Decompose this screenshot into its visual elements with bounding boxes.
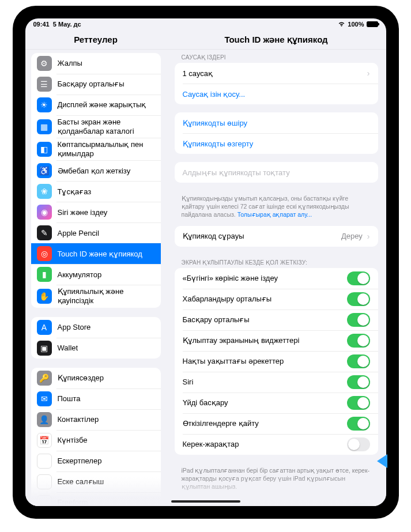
sidebar-item[interactable]: ◉Siri және іздеу (31, 202, 161, 222)
locked-access-row[interactable]: Керек-жарақтар (175, 434, 378, 455)
sidebar-item-label: App Store (58, 323, 91, 332)
locked-access-row[interactable]: Құлыптау экранының виджеттері (175, 330, 378, 351)
locked-access-label: Нақты уақыттағы әрекеттер (183, 357, 284, 365)
sidebar-item[interactable]: ✋Құпиялылық және қауіпсіздік (31, 285, 161, 307)
sidebar-item[interactable]: ✎Freeform (31, 492, 161, 506)
home-indicator[interactable] (171, 500, 240, 503)
expire-learn-more-link[interactable]: Толығырақ ақпарат алу... (237, 211, 312, 218)
sidebar-item[interactable]: ♿Әмбебап қол жеткізу (31, 160, 161, 181)
expire-footer: Құпиякодыңызды ұмытып қалсаңыз, оны баст… (175, 191, 378, 220)
locked-card: «Бүгінгі» көрініс және іздеуХабарландыру… (175, 268, 378, 455)
sidebar-item[interactable]: ☀Дисплей және жарықтық (31, 95, 161, 115)
expire-row[interactable]: Алдыңғы құпиякодты тоқтату (175, 162, 378, 183)
toggle-switch[interactable] (347, 334, 370, 348)
locked-access-label: Үйді басқару (183, 398, 228, 407)
sidebar-item[interactable]: ✎Apple Pencil (31, 222, 161, 243)
sidebar-title: Реттеулер (25, 30, 167, 49)
sidebar[interactable]: ⚙Жалпы☰Басқару орталығы☀Дисплей және жар… (25, 50, 167, 506)
sidebar-item[interactable]: ◧Көптапсырмалылық пен қимылдар (31, 138, 161, 160)
erase-data-switch[interactable] (347, 503, 370, 506)
detail-pane[interactable]: САУСАҚ ІЗДЕРІ 1 саусақ › Саусақ ізін қос… (167, 50, 386, 506)
toggle-switch[interactable] (347, 271, 370, 285)
locked-access-row[interactable]: Siri (175, 372, 378, 393)
sidebar-item[interactable]: ❀Тұсқағаз (31, 181, 161, 202)
sidebar-item[interactable]: ⚙Жалпы (31, 53, 161, 74)
require-passcode-row[interactable]: Құпиякод сұрауы Дереу › (175, 226, 378, 247)
toggle-switch[interactable] (347, 313, 370, 327)
sidebar-item[interactable]: ☰Басқару орталығы (31, 74, 161, 95)
locked-access-row[interactable]: Өткізілгендерге қайту (175, 413, 378, 434)
locked-access-row[interactable]: Үйді басқару (175, 393, 378, 413)
callout-arrow-icon (377, 450, 412, 473)
sidebar-item-icon: ▣ (37, 341, 52, 356)
fingerprints-card: 1 саусақ › Саусақ ізін қосу... (175, 63, 378, 104)
sidebar-item[interactable]: ◎Touch ID және құпиякод (31, 243, 161, 264)
require-passcode-value: Дереу (341, 232, 365, 240)
sidebar-item-icon: 👤 (37, 412, 52, 427)
sidebar-item-label: Басқару орталығы (58, 80, 125, 89)
sidebar-item[interactable]: AApp Store (31, 317, 161, 338)
sidebar-item-icon: ▦ (37, 119, 52, 134)
change-passcode-row[interactable]: Құпиякодты өзгерту (175, 133, 378, 154)
change-passcode-label: Құпиякодты өзгерту (183, 139, 254, 148)
sidebar-item-label: Басты экран және қолданбалар каталогі (58, 118, 155, 135)
toggle-switch[interactable] (347, 292, 370, 306)
sidebar-item-label: Тұсқағаз (58, 187, 92, 197)
sidebar-item[interactable]: ☰Ескертпелер (31, 451, 161, 471)
locked-access-row[interactable]: Басқару орталығы (175, 310, 378, 330)
sidebar-item[interactable]: ▮Аккумулятор (31, 264, 161, 285)
locked-footer: iPad құлыпталғаннан бері бір сағаттан ар… (175, 463, 378, 492)
locked-access-row[interactable]: Нақты уақыттағы әрекеттер (175, 351, 378, 372)
toggle-switch[interactable] (347, 375, 370, 389)
status-date: 5 Мау. дс (53, 21, 81, 28)
sidebar-item[interactable]: 👤Контактілер (31, 409, 161, 430)
sidebar-item-label: Аккумулятор (58, 270, 102, 280)
sidebar-item-label: Wallet (58, 344, 78, 353)
column-headers: Реттеулер Touch ID және құпиякод (25, 30, 386, 50)
sidebar-item-icon: ❀ (37, 184, 52, 199)
fingerprint-row[interactable]: 1 саусақ › (175, 63, 378, 84)
locked-access-label: Керек-жарақтар (183, 440, 239, 448)
locked-access-row[interactable]: Хабарландыру орталығы (175, 289, 378, 310)
toggle-switch[interactable] (347, 354, 370, 368)
battery-icon (367, 21, 378, 27)
sidebar-item-label: Көптапсырмалылық пен қимылдар (58, 140, 155, 158)
locked-access-label: Хабарландыру орталығы (183, 295, 272, 303)
chevron-right-icon: › (367, 232, 370, 241)
add-fingerprint-label: Саусақ ізін қосу... (183, 90, 246, 99)
passcode-card: Құпиякодты өшіру Құпиякодты өзгерту (175, 112, 378, 154)
sidebar-group-2: AApp Store▣Wallet (31, 317, 161, 359)
toggle-switch[interactable] (347, 417, 370, 431)
sidebar-item[interactable]: 🔑Құпиясөздер (31, 368, 161, 388)
sidebar-item-label: Пошта (58, 394, 81, 403)
require-passcode-label: Құпиякод сұрауы (183, 232, 244, 240)
turn-passcode-off-label: Құпиякодты өшіру (183, 119, 248, 127)
sidebar-item-icon: ✋ (37, 289, 52, 304)
sidebar-item-label: Apple Pencil (58, 229, 99, 238)
toggle-switch[interactable] (347, 396, 370, 410)
sidebar-item-icon: ◎ (37, 246, 52, 261)
locked-access-label: Басқару орталығы (183, 315, 250, 324)
wifi-icon (338, 21, 345, 27)
sidebar-item[interactable]: ▣Wallet (31, 338, 161, 359)
sidebar-item[interactable]: ☑Еске салғыш (31, 471, 161, 492)
sidebar-item-icon: A (37, 320, 52, 335)
status-time: 09:41 (33, 21, 50, 28)
sidebar-item-label: Ескертпелер (58, 456, 102, 466)
sidebar-item-label: Дисплей және жарықтық (58, 100, 146, 110)
locked-access-row[interactable]: «Бүгінгі» көрініс және іздеу (175, 268, 378, 289)
locked-access-label: Өткізілгендерге қайту (183, 419, 259, 428)
sidebar-item-icon: ◧ (37, 142, 52, 157)
sidebar-item-icon: ☀ (37, 97, 52, 112)
add-fingerprint-row[interactable]: Саусақ ізін қосу... (175, 84, 378, 104)
turn-passcode-off-row[interactable]: Құпиякодты өшіру (175, 112, 378, 133)
sidebar-item-icon: ⚙ (37, 56, 52, 71)
sidebar-item-icon: ▮ (37, 267, 52, 282)
fingerprints-header: САУСАҚ ІЗДЕРІ (175, 50, 378, 63)
sidebar-item[interactable]: 📅Күнтізбе (31, 430, 161, 451)
sidebar-item[interactable]: ▦Басты экран және қолданбалар каталогі (31, 115, 161, 138)
sidebar-item[interactable]: ✉Пошта (31, 388, 161, 409)
sidebar-item-icon: ✎ (37, 495, 52, 506)
toggle-switch[interactable] (347, 437, 370, 451)
sidebar-item-label: Контактілер (58, 415, 99, 424)
